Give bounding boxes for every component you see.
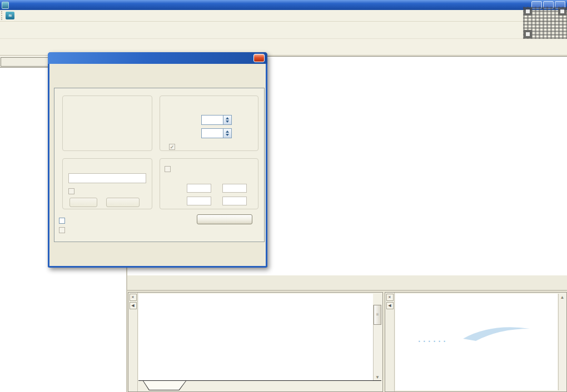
parameter-table-scrollbar[interactable]: ≡ ▼	[373, 305, 381, 380]
lock-steps-checkbox[interactable]: ✓	[169, 142, 178, 151]
farfield-plot-dialog: ✓	[48, 52, 267, 268]
theta-step-spinner[interactable]	[223, 128, 232, 138]
parameter-list-panel: × ◄ ≡ ▼	[128, 292, 383, 392]
theta-step-input[interactable]	[201, 128, 223, 138]
plot-angular-range-checkbox[interactable]	[165, 164, 173, 173]
set-time-checkbox[interactable]	[68, 187, 77, 195]
plot-angular-range-box	[165, 166, 171, 172]
set-time-box	[68, 188, 74, 194]
range-180-checkbox[interactable]	[59, 225, 68, 234]
message-window-pin-icon[interactable]: ◄	[386, 302, 394, 309]
parameter-table	[138, 294, 373, 380]
polar-360-box	[59, 218, 65, 224]
frequency-group	[62, 158, 152, 209]
phi-input[interactable]	[201, 115, 223, 125]
message-window-close-icon[interactable]: ×	[386, 294, 394, 301]
restore-button[interactable]	[543, 1, 554, 9]
app-icon	[2, 2, 9, 9]
global-sheet-tab[interactable]	[143, 381, 186, 390]
parameter-list-pin-icon[interactable]: ◄	[130, 302, 137, 309]
phi-start-input[interactable]	[187, 197, 211, 205]
menu-grip	[1, 11, 3, 20]
frequency-input[interactable]	[68, 173, 146, 183]
lock-steps-box: ✓	[169, 144, 175, 150]
minimize-button[interactable]	[531, 1, 542, 9]
phi-end-input[interactable]	[222, 197, 247, 205]
save-as-source-button[interactable]	[197, 214, 252, 224]
menu-bar: ≈	[0, 10, 567, 22]
parameter-list-strip: × ◄	[128, 293, 138, 391]
parameter-list-close-icon[interactable]: ×	[130, 294, 137, 301]
scrollbar-down-arrow[interactable]: ▼	[374, 375, 381, 380]
phi-spinner[interactable]	[223, 115, 232, 125]
sheet-tab-divider	[138, 380, 381, 381]
dialog-tab-page: ✓	[54, 88, 265, 242]
dialog-title-bar	[48, 52, 267, 64]
message-window-panel: × ◄ ▲	[385, 292, 567, 392]
cst-application-window: ≈ × ◄ ≡ ▼ × ◄	[0, 0, 567, 392]
cst-logo-icon: ≈	[6, 12, 14, 19]
plot-type-group	[62, 96, 152, 151]
scrollbar-thumb[interactable]: ≡	[374, 305, 381, 325]
title-bar	[0, 0, 567, 10]
range-180-box	[59, 227, 65, 233]
close-button[interactable]	[555, 1, 565, 9]
toolbar-standard	[0, 22, 567, 39]
vary-group: ✓	[160, 96, 258, 151]
theta-end-input[interactable]	[222, 184, 247, 193]
message-window-strip: × ◄	[385, 293, 395, 391]
polar-360-checkbox[interactable]	[59, 216, 68, 225]
start-button[interactable]	[69, 198, 97, 207]
message-window-scrollbar[interactable]: ▲	[558, 294, 566, 390]
dialog-close-button[interactable]	[253, 54, 265, 62]
angular-range-group	[160, 158, 258, 209]
navigation-tree-header	[1, 57, 52, 67]
settings-button[interactable]	[106, 198, 140, 207]
document-tab-bar	[127, 275, 567, 291]
message-window-content	[395, 294, 558, 390]
theta-start-input[interactable]	[187, 184, 211, 193]
